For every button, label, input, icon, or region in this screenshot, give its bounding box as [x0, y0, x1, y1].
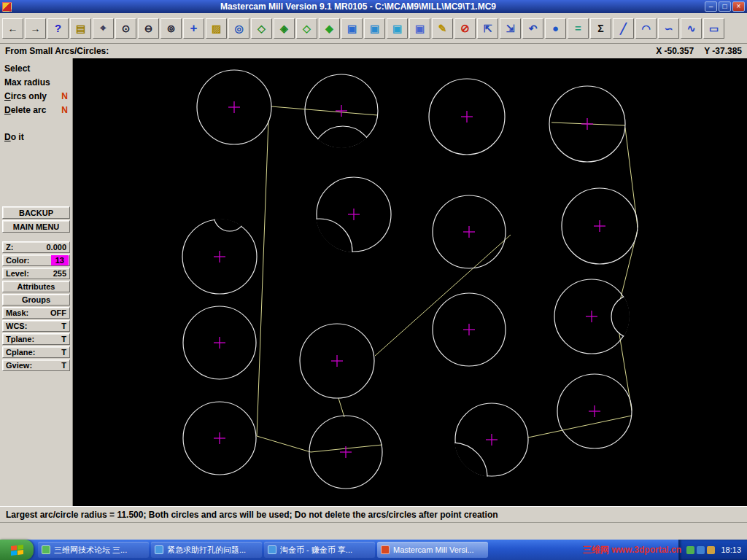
- menu-item-label: Select: [4, 63, 30, 74]
- taskbar-button-task-1[interactable]: 三维网技术论坛 三...: [38, 542, 149, 558]
- tray-icon-1[interactable]: [686, 546, 694, 554]
- zoom-window-icon[interactable]: ⊙: [115, 18, 136, 39]
- window-controls: – □ ×: [705, 1, 745, 12]
- status-row-cplane[interactable]: Cplane:T: [2, 346, 70, 358]
- coordinate-y: Y -37.385: [704, 46, 742, 56]
- system-tray: 18:13: [678, 540, 747, 560]
- status-message: Largest arc/circle radius = 11.500; Both…: [6, 510, 498, 520]
- status-row-label: WCS:: [6, 322, 27, 330]
- main-area: SelectMax radiusCircs onlyNDelete arcNDo…: [0, 58, 747, 506]
- start-button[interactable]: [0, 540, 34, 560]
- status-row-value: 0.000: [46, 243, 66, 252]
- status-row-label: Color:: [6, 256, 29, 265]
- delete-icon[interactable]: ⊘: [454, 18, 476, 39]
- status-row-groups[interactable]: Groups: [2, 294, 70, 306]
- shade-settings-icon[interactable]: ▣: [409, 18, 430, 39]
- tray-icons: [686, 546, 715, 554]
- status-row-mask[interactable]: Mask:OFF: [2, 307, 70, 319]
- status-row-label: Level:: [6, 269, 29, 278]
- taskbar-button-label: 淘金币 - 赚金币 享...: [280, 545, 352, 556]
- help-icon[interactable]: ?: [47, 18, 69, 39]
- equals-icon[interactable]: =: [568, 18, 589, 39]
- status-row-label: Mask:: [6, 308, 28, 317]
- notepad-icon[interactable]: ▤: [70, 18, 91, 39]
- tray-icon-3[interactable]: [707, 546, 715, 554]
- gview-top-icon[interactable]: ◇: [251, 18, 272, 39]
- spline-icon[interactable]: ∿: [681, 18, 702, 39]
- status-row-level[interactable]: Level:255: [2, 268, 70, 279]
- screen-out-icon[interactable]: ⇱: [477, 18, 498, 39]
- analyze-cursor-icon[interactable]: ⌖: [93, 18, 114, 39]
- status-bar: Largest arc/circle radius = 11.500; Both…: [0, 506, 747, 522]
- status-row-value: 255: [53, 269, 66, 278]
- menu-item-do-it[interactable]: Do it: [1, 130, 71, 144]
- menu-item-label: Max radius: [4, 77, 50, 88]
- menu-item-max-radius[interactable]: Max radius: [1, 75, 71, 89]
- taskbar-button-label: 紧急求助打孔的问题...: [167, 545, 246, 556]
- world-sphere-icon[interactable]: ●: [545, 18, 566, 39]
- window-bottom-strip: [0, 522, 747, 540]
- shade-hidden-icon[interactable]: ▣: [364, 18, 385, 39]
- rectangle-icon[interactable]: ▭: [703, 18, 724, 39]
- screen-in-icon[interactable]: ⇲: [500, 18, 521, 39]
- forward-icon[interactable]: →: [25, 18, 46, 39]
- status-row-label: Attributes: [18, 282, 55, 291]
- menu-item-circs-only[interactable]: Circs onlyN: [1, 89, 71, 103]
- zoom-extents-icon[interactable]: ◎: [228, 18, 249, 39]
- tilde-curve-icon[interactable]: ∽: [658, 18, 679, 39]
- clock: 18:13: [721, 545, 741, 554]
- gview-side-icon[interactable]: ◇: [296, 18, 317, 39]
- mastercam-app-icon: [2, 2, 12, 12]
- shade-solid-icon[interactable]: ▣: [387, 18, 408, 39]
- toolbar: ←→?▤⌖⊙⊖⊚+▨◎◇◈◇◆▣▣▣▣✎⊘⇱⇲↶●=Σ╱◠∽∿▭: [0, 13, 747, 44]
- shade-wireframe-icon[interactable]: ▣: [341, 18, 363, 39]
- status-row-tplane[interactable]: Tplane:T: [2, 333, 70, 345]
- gview-isometric-icon[interactable]: ◆: [319, 18, 340, 39]
- taskbar-buttons: 三维网技术论坛 三...紧急求助打孔的问题...淘金币 - 赚金币 享...Ma…: [38, 540, 678, 560]
- sidebar-status-panel: Z:0.000Color:13Level:255AttributesGroups…: [1, 241, 71, 371]
- cad-drawing[interactable]: [73, 58, 747, 506]
- status-row-attributes[interactable]: Attributes: [2, 281, 70, 292]
- status-row-value: T: [61, 335, 66, 343]
- zoom-target-icon[interactable]: ⊚: [160, 18, 182, 39]
- taskbar: 三维网技术论坛 三...紧急求助打孔的问题...淘金币 - 赚金币 享...Ma…: [0, 540, 747, 560]
- menu-item-select[interactable]: Select: [1, 61, 71, 75]
- close-button[interactable]: ×: [732, 1, 745, 12]
- arc-icon[interactable]: ◠: [635, 18, 657, 39]
- gview-front-icon[interactable]: ◈: [274, 18, 295, 39]
- zoom-out-icon[interactable]: ⊖: [138, 18, 159, 39]
- taskbar-button-icon: [155, 545, 163, 554]
- menu-item-label: Delete arc: [4, 105, 46, 115]
- mastercam-window: Mastercam Mill Version 9.1 MR0105 - C:\M…: [0, 0, 747, 540]
- taskbar-button-icon: [381, 545, 390, 554]
- taskbar-button-task-3[interactable]: 淘金币 - 赚金币 享...: [264, 542, 375, 558]
- status-row-z[interactable]: Z:0.000: [2, 241, 70, 253]
- cad-canvas[interactable]: [73, 58, 747, 506]
- pan-fit-icon[interactable]: +: [183, 18, 204, 39]
- sidebar-buttons: BACKUPMAIN MENU: [1, 206, 71, 233]
- menu-item-value: N: [61, 105, 68, 115]
- prompt-text: From Small Arcs/Circles:: [5, 46, 109, 56]
- maximize-button[interactable]: □: [719, 1, 731, 12]
- line-icon[interactable]: ╱: [613, 18, 634, 39]
- menu-item-value: N: [61, 91, 68, 101]
- status-row-label: Gview:: [6, 361, 32, 370]
- back-icon[interactable]: ←: [2, 18, 23, 39]
- status-row-value: OFF: [50, 308, 66, 317]
- tray-icon-2[interactable]: [697, 546, 705, 554]
- status-row-wcs[interactable]: WCS:T: [2, 320, 70, 332]
- repaint-icon[interactable]: ▨: [206, 18, 227, 39]
- status-row-label: Cplane:: [6, 348, 35, 357]
- minimize-button[interactable]: –: [705, 1, 717, 12]
- status-row-gview[interactable]: Gview:T: [2, 359, 70, 371]
- status-row-color[interactable]: Color:13: [2, 254, 70, 266]
- menu-item-delete-arc[interactable]: Delete arcN: [1, 103, 71, 117]
- main-menu-button[interactable]: MAIN MENU: [2, 220, 70, 233]
- status-row-value: 13: [51, 255, 69, 265]
- taskbar-button-task-2[interactable]: 紧急求助打孔的问题...: [151, 542, 262, 558]
- undo-icon[interactable]: ↶: [522, 18, 543, 39]
- sigma-icon[interactable]: Σ: [590, 18, 611, 39]
- pencil-erase-icon[interactable]: ✎: [432, 18, 453, 39]
- backup-button[interactable]: BACKUP: [2, 206, 70, 219]
- taskbar-button-mastercam-mill-versi[interactable]: Mastercam Mill Versi...: [377, 542, 488, 558]
